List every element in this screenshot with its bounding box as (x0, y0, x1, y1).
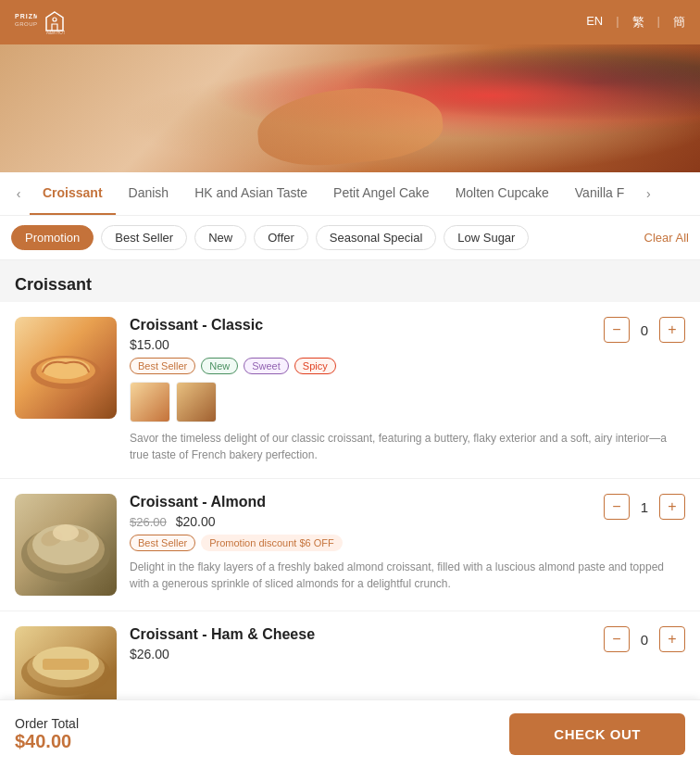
tag-bestseller-almond: Best Seller (130, 535, 195, 551)
order-total-label: Order Total (15, 716, 79, 731)
hero-image (0, 44, 700, 172)
logo: PRIZM GROUP A&M HOTEL (15, 9, 65, 35)
croissant-classic-illustration (29, 345, 103, 391)
nav-left-arrow[interactable]: ‹ (7, 183, 30, 205)
qty-value-classic: 0 (637, 322, 652, 338)
hotel-logo-icon: A&M HOTEL (44, 10, 65, 34)
tab-molten[interactable]: Molten Cupcake (443, 172, 562, 215)
product-image-almond (15, 494, 117, 596)
clear-all-button[interactable]: Clear All (644, 231, 689, 245)
product-name-ham-cheese: Croissant - Ham & Cheese (130, 626, 685, 643)
tab-croissant[interactable]: Croissant (30, 172, 116, 215)
tag-spicy: Spicy (294, 358, 336, 374)
filter-lowsugar[interactable]: Low Sugar (444, 225, 529, 250)
thumbnail-row-classic (130, 382, 685, 422)
product-list: Croissant - Classic $15.00 Best Seller N… (0, 302, 700, 744)
svg-rect-16 (43, 659, 89, 670)
product-price-classic: $15.00 (130, 337, 685, 352)
tags-row-classic: Best Seller New Sweet Spicy (130, 358, 685, 374)
nav-tabs: Croissant Danish HK and Asian Taste Peti… (30, 172, 637, 215)
product-desc-classic: Savor the timeless delight of our classi… (130, 430, 685, 463)
croissant-ham-illustration (15, 626, 117, 700)
qty-value-almond: 1 (637, 499, 652, 515)
tags-row-almond: Best Seller Promotion discount $6 OFF (130, 535, 685, 551)
filter-bestseller[interactable]: Best Seller (101, 225, 187, 250)
tag-new: New (201, 358, 238, 374)
lang-en[interactable]: EN (586, 14, 603, 31)
product-item-classic: Croissant - Classic $15.00 Best Seller N… (0, 302, 700, 479)
qty-control-almond: − 1 + (604, 494, 685, 520)
tag-bestseller: Best Seller (130, 358, 195, 374)
tab-vanilla[interactable]: Vanilla F (562, 172, 637, 215)
svg-point-12 (53, 524, 79, 541)
filter-offer[interactable]: Offer (254, 225, 308, 250)
thumbnail-1[interactable] (130, 382, 170, 422)
nav-right-arrow[interactable]: › (637, 183, 659, 205)
filter-row: Promotion Best Seller New Offer Seasonal… (0, 216, 700, 260)
section-title: Croissant (0, 260, 700, 302)
svg-text:GROUP: GROUP (15, 21, 37, 27)
tab-danish[interactable]: Danish (116, 172, 182, 215)
croissant-almond-illustration (15, 494, 117, 596)
qty-decrease-ham-cheese[interactable]: − (604, 626, 630, 652)
product-image-classic (15, 317, 117, 419)
bottom-bar: Order Total $40.00 CHECK OUT (0, 699, 700, 768)
logo-icon: PRIZM GROUP (15, 9, 37, 35)
product-item-almond: Croissant - Almond $26.00 $20.00 Best Se… (0, 479, 700, 611)
language-switcher: EN | 繁 | 簡 (586, 14, 685, 31)
qty-increase-classic[interactable]: + (659, 317, 685, 343)
svg-point-6 (42, 359, 90, 379)
tab-petit[interactable]: Petit Angel Cake (320, 172, 443, 215)
lang-trad[interactable]: 繁 (632, 14, 644, 31)
order-total-amount: $40.00 (15, 731, 79, 752)
qty-control-classic: − 0 + (604, 317, 685, 343)
tab-hk-asian[interactable]: HK and Asian Taste (181, 172, 320, 215)
product-details-classic: Croissant - Classic $15.00 Best Seller N… (117, 317, 685, 463)
qty-decrease-almond[interactable]: − (604, 494, 630, 520)
product-price-ham-cheese: $26.00 (130, 647, 685, 661)
filter-promotion[interactable]: Promotion (11, 225, 94, 250)
qty-increase-almond[interactable]: + (659, 494, 685, 520)
order-total-section: Order Total $40.00 (15, 716, 79, 752)
product-name-almond: Croissant - Almond (130, 494, 685, 510)
qty-increase-ham-cheese[interactable]: + (659, 626, 685, 652)
price-sale-almond: $20.00 (176, 514, 216, 529)
svg-text:PRIZM: PRIZM (15, 13, 37, 19)
thumbnail-2[interactable] (176, 382, 217, 422)
product-name-classic: Croissant - Classic (130, 317, 685, 334)
qty-value-ham-cheese: 0 (637, 632, 652, 648)
price-original-almond: $26.00 (130, 515, 167, 529)
product-desc-almond: Delight in the flaky layers of a freshly… (130, 559, 685, 592)
qty-control-ham-cheese: − 0 + (604, 626, 685, 652)
filter-seasonal[interactable]: Seasonal Special (316, 225, 436, 250)
svg-point-2 (53, 18, 56, 21)
app-header: PRIZM GROUP A&M HOTEL EN | 繁 | 簡 (0, 0, 700, 44)
lang-simp[interactable]: 簡 (673, 14, 685, 31)
tag-sweet: Sweet (244, 358, 289, 374)
tag-promo-almond: Promotion discount $6 OFF (201, 535, 343, 551)
product-details-almond: Croissant - Almond $26.00 $20.00 Best Se… (117, 494, 685, 596)
svg-text:A&M HOTEL: A&M HOTEL (46, 31, 65, 34)
qty-decrease-classic[interactable]: − (604, 317, 630, 343)
checkout-button[interactable]: CHECK OUT (509, 713, 685, 755)
filter-new[interactable]: New (194, 225, 246, 250)
category-nav: ‹ Croissant Danish HK and Asian Taste Pe… (0, 172, 700, 216)
product-price-almond: $26.00 $20.00 (130, 514, 685, 529)
